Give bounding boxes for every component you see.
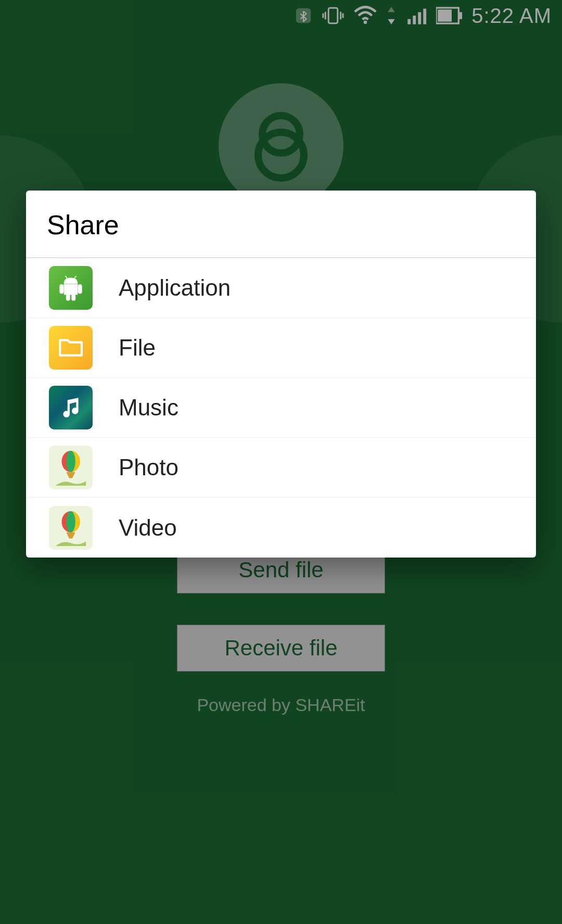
receive-file-button[interactable]: Receive file [177, 625, 385, 672]
share-item-label: Application [119, 275, 231, 301]
receive-file-label: Receive file [224, 636, 337, 661]
share-item-label: Music [119, 395, 178, 421]
vibrate-icon [322, 5, 344, 26]
data-icon [386, 5, 397, 26]
svg-rect-12 [438, 9, 452, 21]
share-item-label: Photo [119, 454, 178, 480]
share-dialog: Share Application File Music [26, 191, 536, 558]
share-item-video[interactable]: Video [26, 498, 536, 558]
svg-rect-1 [328, 8, 338, 23]
folder-icon [49, 326, 93, 370]
bluetooth-icon [295, 5, 312, 26]
send-file-label: Send file [238, 558, 323, 583]
status-time: 5:22 AM [471, 4, 552, 28]
music-icon [49, 386, 93, 429]
wifi-icon [354, 5, 377, 26]
share-item-photo[interactable]: Photo [26, 438, 536, 498]
share-item-file[interactable]: File [26, 318, 536, 378]
app-logo [219, 83, 343, 208]
svg-rect-8 [413, 16, 416, 24]
signal-icon [406, 5, 427, 26]
powered-by-label: Powered by SHAREit [0, 695, 562, 715]
dialog-title: Share [26, 191, 536, 258]
svg-rect-7 [408, 19, 411, 24]
svg-point-6 [364, 21, 367, 24]
svg-rect-10 [424, 9, 427, 24]
share-item-label: File [119, 335, 156, 361]
svg-rect-9 [418, 12, 422, 24]
share-list: Application File Music Pho [26, 258, 536, 558]
status-bar: 5:22 AM [0, 0, 562, 31]
share-item-music[interactable]: Music [26, 378, 536, 438]
share-item-application[interactable]: Application [26, 258, 536, 318]
battery-icon [436, 5, 462, 26]
balloon-icon [49, 446, 93, 489]
balloon-icon [49, 506, 93, 550]
share-item-label: Video [119, 515, 177, 541]
screen: 5:22 AM Send file Receive file Powered b… [0, 0, 562, 924]
android-icon [49, 266, 93, 310]
svg-rect-13 [459, 12, 462, 19]
